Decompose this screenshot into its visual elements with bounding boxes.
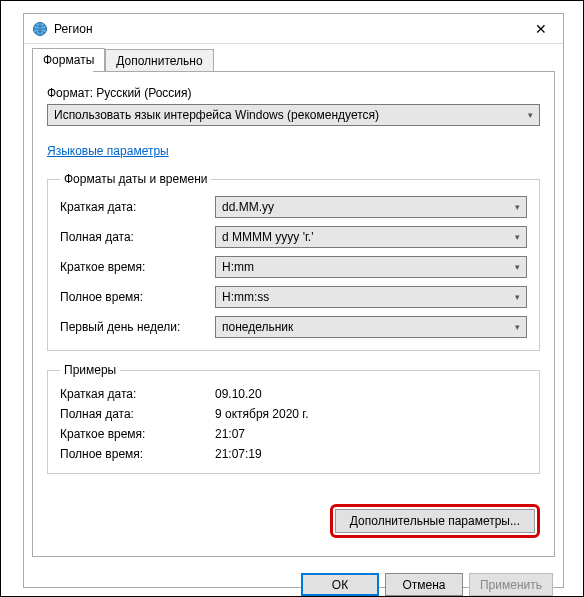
ex-long-time-value: 21:07:19 (215, 447, 262, 461)
chevron-down-icon: ▾ (515, 262, 520, 272)
datetime-formats-group: Форматы даты и времени Краткая дата: dd.… (47, 172, 540, 351)
tab-strip: Форматы Дополнительно (24, 44, 563, 71)
long-date-label: Полная дата: (60, 230, 215, 244)
close-icon: ✕ (535, 21, 547, 37)
long-date-combo[interactable]: d MMMM yyyy 'г.' ▾ (215, 226, 527, 248)
close-button[interactable]: ✕ (518, 14, 563, 43)
first-day-value: понедельник (222, 320, 293, 334)
examples-legend: Примеры (60, 363, 120, 377)
window-title: Регион (54, 22, 518, 36)
tab-formats[interactable]: Форматы (32, 48, 105, 71)
first-day-label: Первый день недели: (60, 320, 215, 334)
dialog-buttons: ОК Отмена Применить (24, 565, 563, 597)
chevron-down-icon: ▾ (515, 322, 520, 332)
format-combo-value: Использовать язык интерфейса Windows (ре… (54, 108, 379, 122)
advanced-settings-button[interactable]: Дополнительные параметры... (335, 509, 535, 533)
cancel-label: Отмена (402, 578, 445, 592)
long-date-value: d MMMM yyyy 'г.' (222, 230, 314, 244)
apply-label: Применить (480, 578, 542, 592)
chevron-down-icon: ▾ (515, 292, 520, 302)
ex-long-date-value: 9 октября 2020 г. (215, 407, 309, 421)
format-label: Формат: Русский (Россия) (47, 86, 540, 100)
tab-formats-label: Форматы (43, 53, 94, 67)
outer-frame: Регион ✕ Форматы Дополнительно Формат: Р… (0, 0, 584, 597)
chevron-down-icon: ▾ (515, 232, 520, 242)
titlebar: Регион ✕ (24, 14, 563, 44)
long-time-combo[interactable]: H:mm:ss ▾ (215, 286, 527, 308)
short-time-combo[interactable]: H:mm ▾ (215, 256, 527, 278)
ex-short-time-value: 21:07 (215, 427, 245, 441)
tab-advanced[interactable]: Дополнительно (105, 49, 213, 72)
short-date-combo[interactable]: dd.MM.yy ▾ (215, 196, 527, 218)
chevron-down-icon: ▾ (515, 202, 520, 212)
short-date-label: Краткая дата: (60, 200, 215, 214)
short-time-label: Краткое время: (60, 260, 215, 274)
long-time-label: Полное время: (60, 290, 215, 304)
ex-long-time-label: Полное время: (60, 447, 215, 461)
region-dialog: Регион ✕ Форматы Дополнительно Формат: Р… (23, 13, 564, 588)
short-date-value: dd.MM.yy (222, 200, 274, 214)
short-time-value: H:mm (222, 260, 254, 274)
tab-body: Формат: Русский (Россия) Использовать яз… (32, 71, 555, 557)
advanced-settings-label: Дополнительные параметры... (350, 514, 520, 528)
tab-advanced-label: Дополнительно (116, 54, 202, 68)
ok-button[interactable]: ОК (301, 573, 379, 596)
cancel-button[interactable]: Отмена (385, 573, 463, 596)
globe-icon (32, 21, 48, 37)
advanced-button-highlight: Дополнительные параметры... (330, 504, 540, 538)
datetime-formats-legend: Форматы даты и времени (60, 172, 211, 186)
language-settings-link[interactable]: Языковые параметры (47, 144, 169, 158)
first-day-combo[interactable]: понедельник ▾ (215, 316, 527, 338)
format-combo[interactable]: Использовать язык интерфейса Windows (ре… (47, 104, 540, 126)
chevron-down-icon: ▾ (528, 110, 533, 120)
ok-label: ОК (332, 578, 348, 592)
ex-short-date-value: 09.10.20 (215, 387, 262, 401)
ex-short-date-label: Краткая дата: (60, 387, 215, 401)
ex-long-date-label: Полная дата: (60, 407, 215, 421)
examples-group: Примеры Краткая дата: 09.10.20 Полная да… (47, 363, 540, 474)
apply-button[interactable]: Применить (469, 573, 553, 596)
long-time-value: H:mm:ss (222, 290, 269, 304)
ex-short-time-label: Краткое время: (60, 427, 215, 441)
